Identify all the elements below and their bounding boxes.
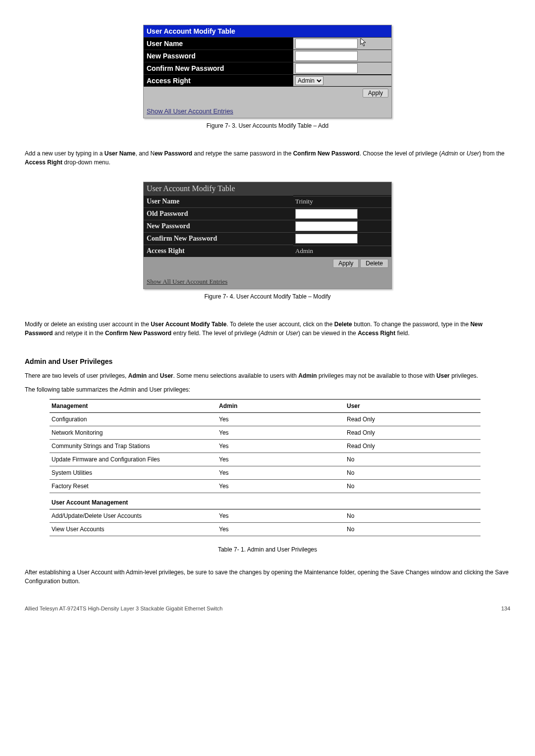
table-section-row: User Account Management [50, 493, 481, 509]
new-password-label: New Password [144, 220, 293, 232]
old-password-label: Old Password [144, 207, 293, 220]
new-password-label: New Password [144, 50, 293, 62]
table-section-heading: User Account Management [50, 493, 481, 509]
new-password-input[interactable] [295, 221, 358, 231]
cell-admin: Yes [217, 426, 345, 440]
cell-user: No [345, 453, 481, 466]
cell-admin: Yes [217, 509, 345, 523]
new-password-input[interactable] [295, 51, 358, 61]
panel-title: User Account Modify Table [144, 182, 391, 195]
user-account-modify-edit-panel: User Account Modify Table User Name Trin… [143, 182, 392, 289]
cell-name: System Utilities [50, 466, 217, 480]
table-row: System UtilitiesYesNo [50, 466, 481, 480]
paragraph-save-note: After establishing a User Account with A… [25, 568, 510, 586]
confirm-new-password-label: Confirm New Password [144, 232, 293, 245]
table-row: Factory ResetYesNo [50, 480, 481, 493]
col-user: User [345, 400, 481, 413]
paragraph-add-user: Add a new user by typing in a User Name,… [25, 149, 510, 167]
figure-caption: Figure 7- 3. User Accounts Modify Table … [25, 122, 510, 129]
cursor-icon [360, 38, 368, 48]
paragraph-modify-user: Modify or delete an existing user accoun… [25, 320, 510, 338]
col-admin: Admin [217, 400, 345, 413]
table-row: Network MonitoringYesRead Only [50, 426, 481, 440]
cell-name: Community Strings and Trap Stations [50, 440, 217, 453]
figure-7-3: User Account Modify Table User Name New … [25, 25, 510, 129]
figure-7-4: User Account Modify Table User Name Trin… [25, 182, 510, 300]
table-row: Update Firmware and Configuration FilesY… [50, 453, 481, 466]
cell-name: Factory Reset [50, 480, 217, 493]
access-right-value: Admin [293, 246, 391, 256]
old-password-input[interactable] [295, 209, 358, 219]
apply-button[interactable]: Apply [363, 89, 388, 98]
button-row: Apply Delete [144, 257, 391, 270]
cell-user: Read Only [345, 440, 481, 453]
show-all-entries-link[interactable]: Show All User Account Entries [147, 278, 227, 285]
cell-name: Network Monitoring [50, 426, 217, 440]
cell-user: No [345, 523, 481, 536]
page-footer: Allied Telesyn AT-9724TS High-Density La… [25, 605, 510, 611]
cell-admin: Yes [217, 413, 345, 426]
cell-admin: Yes [217, 440, 345, 453]
col-management: Management [50, 400, 217, 413]
cell-user: Read Only [345, 426, 481, 440]
table-row: Add/Update/Delete User AccountsYesNo [50, 509, 481, 523]
cell-admin: Yes [217, 523, 345, 536]
user-account-modify-add-panel: User Account Modify Table User Name New … [143, 25, 392, 118]
cell-admin: Yes [217, 480, 345, 493]
table-header-row: Management Admin User [50, 400, 481, 413]
access-right-label: Access Right [144, 245, 293, 257]
panel-title: User Account Modify Table [144, 25, 391, 37]
cell-name: View User Accounts [50, 523, 217, 536]
privileges-table: Management Admin User ConfigurationYesRe… [50, 399, 481, 536]
confirm-new-password-input[interactable] [295, 234, 358, 244]
confirm-new-password-input[interactable] [295, 63, 358, 73]
user-name-input[interactable] [295, 39, 358, 49]
apply-button[interactable]: Apply [333, 259, 359, 268]
cell-name: Add/Update/Delete User Accounts [50, 509, 217, 523]
delete-button[interactable]: Delete [360, 259, 388, 268]
cell-name: Update Firmware and Configuration Files [50, 453, 217, 466]
user-name-value: Trinity [293, 196, 391, 206]
confirm-new-password-label: Confirm New Password [144, 62, 293, 74]
show-all-entries-link[interactable]: Show All User Account Entries [147, 107, 233, 115]
footer-title: Allied Telesyn AT-9724TS High-Density La… [25, 605, 222, 611]
button-row: Apply [144, 87, 391, 100]
table-caption: Table 7- 1. Admin and User Privileges [25, 546, 510, 553]
section-heading: Admin and User Privileges [25, 357, 510, 365]
cell-name: Configuration [50, 413, 217, 426]
table-row: Community Strings and Trap StationsYesRe… [50, 440, 481, 453]
cell-user: No [345, 480, 481, 493]
page-number: 134 [501, 605, 510, 611]
cell-admin: Yes [217, 466, 345, 480]
cell-user: No [345, 466, 481, 480]
cell-user: Read Only [345, 413, 481, 426]
figure-caption: Figure 7- 4. User Account Modify Table –… [25, 293, 510, 300]
access-right-select[interactable]: Admin [295, 76, 323, 85]
cell-admin: Yes [217, 453, 345, 466]
user-name-label: User Name [144, 37, 293, 50]
paragraph-privileges-intro: There are two levels of user privileges,… [25, 371, 510, 380]
paragraph-table-intro: The following table summarizes the Admin… [25, 385, 510, 394]
table-row: ConfigurationYesRead Only [50, 413, 481, 426]
access-right-label: Access Right [144, 74, 293, 87]
user-name-label: User Name [144, 195, 293, 207]
cell-user: No [345, 509, 481, 523]
table-row: View User AccountsYesNo [50, 523, 481, 536]
